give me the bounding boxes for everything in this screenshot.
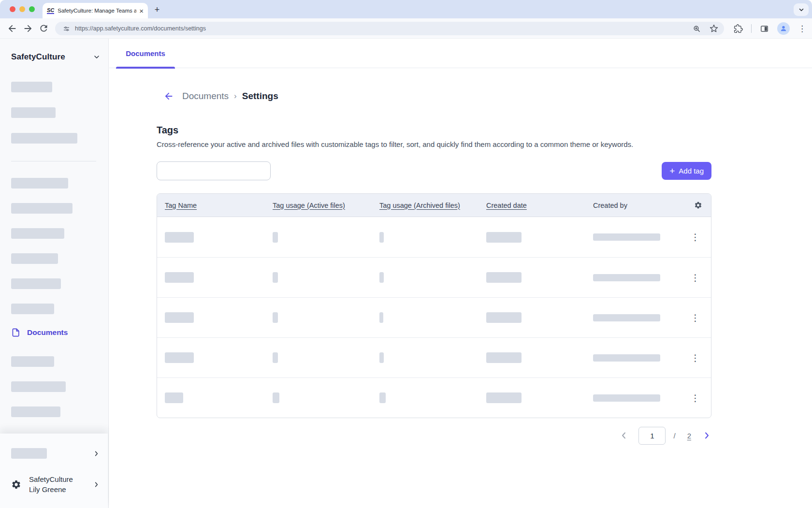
skeleton-placeholder — [379, 352, 384, 363]
site-info-icon[interactable] — [63, 25, 70, 32]
skeleton-placeholder — [11, 203, 72, 214]
sidebar-item-label: Documents — [27, 328, 68, 337]
browser-tab[interactable]: SC SafetyCulture: Manage Teams and... × — [43, 3, 148, 18]
row-menu-kebab-icon[interactable]: ⋮ — [688, 352, 703, 363]
breadcrumb-documents-link[interactable]: Documents — [182, 91, 229, 102]
skeleton-placeholder — [11, 304, 54, 314]
row-menu-kebab-icon[interactable]: ⋮ — [688, 392, 703, 404]
chevron-right-icon[interactable] — [93, 481, 100, 488]
side-panel-icon[interactable] — [760, 24, 769, 33]
skeleton-placeholder — [273, 272, 278, 283]
chevron-right-icon[interactable] — [93, 450, 100, 457]
browser-menu-kebab-icon[interactable]: ⋮ — [798, 24, 806, 34]
skeleton-placeholder — [165, 272, 194, 283]
last-page-link[interactable]: 2 — [687, 432, 691, 440]
column-header-created-date[interactable]: Created date — [486, 202, 527, 209]
bookmark-star-icon[interactable] — [710, 24, 718, 33]
table-header: Tag Name Tag usage (Active files) Tag us… — [157, 194, 711, 217]
skeleton-placeholder — [593, 314, 660, 321]
breadcrumb-current: Settings — [242, 91, 278, 102]
table-row: ⋮ — [157, 377, 711, 418]
skeleton-placeholder — [11, 278, 61, 289]
skeleton-placeholder — [486, 392, 522, 403]
table-row: ⋮ — [157, 297, 711, 337]
sidebar-bottom-item[interactable] — [11, 448, 100, 459]
extensions-icon[interactable] — [734, 24, 743, 33]
sidebar-skeleton-group — [11, 356, 66, 432]
plus-icon: + — [669, 166, 675, 175]
maximize-window-button[interactable] — [29, 6, 35, 12]
gear-icon — [11, 479, 21, 490]
skeleton-placeholder — [273, 232, 278, 243]
sidebar-skeleton-group — [11, 178, 72, 329]
column-header-created-by[interactable]: Created by — [593, 202, 627, 209]
profile-avatar[interactable] — [777, 22, 790, 35]
chevron-down-icon[interactable] — [93, 53, 101, 61]
skeleton-placeholder — [165, 392, 183, 403]
column-header-tag-usage-archived[interactable]: Tag usage (Archived files) — [379, 202, 460, 209]
account-menu[interactable]: SafetyCulture Lily Greene — [11, 474, 100, 494]
sidebar-skeleton-group — [11, 82, 77, 159]
tab-search-button[interactable] — [794, 3, 809, 16]
row-menu-kebab-icon[interactable]: ⋮ — [688, 272, 703, 283]
org-switcher[interactable]: SafetyCulture — [11, 52, 101, 62]
reload-button[interactable] — [39, 23, 49, 33]
main-content: Documents Documents › Settings Tags Cros… — [109, 39, 812, 508]
tags-table: Tag Name Tag usage (Active files) Tag us… — [157, 193, 711, 418]
skeleton-placeholder — [11, 356, 54, 367]
app-sidebar: SafetyCulture Documents SafetyCulture Li… — [0, 39, 109, 508]
back-arrow-icon[interactable] — [163, 91, 174, 102]
breadcrumb: Documents › Settings — [163, 89, 278, 103]
tab-close-icon[interactable]: × — [139, 7, 144, 15]
current-page-box[interactable]: 1 — [638, 427, 666, 445]
forward-button[interactable] — [23, 23, 33, 34]
safetyculture-favicon: SC — [47, 8, 54, 14]
row-menu-kebab-icon[interactable]: ⋮ — [688, 312, 703, 323]
zoom-icon[interactable] — [693, 25, 701, 33]
previous-page-chevron-icon[interactable] — [619, 431, 629, 440]
skeleton-placeholder — [11, 381, 66, 392]
skeleton-placeholder — [486, 352, 522, 363]
sidebar-item-documents[interactable]: Documents — [11, 328, 68, 337]
window-controls — [10, 6, 35, 12]
close-window-button[interactable] — [10, 6, 15, 12]
skeleton-placeholder — [11, 406, 60, 417]
skeleton-placeholder — [11, 82, 52, 92]
row-menu-kebab-icon[interactable]: ⋮ — [688, 232, 703, 243]
next-page-chevron-icon[interactable] — [702, 431, 711, 440]
page-tab-bar: Documents — [109, 39, 812, 68]
tab-documents[interactable]: Documents — [116, 39, 175, 68]
skeleton-placeholder — [593, 233, 660, 241]
column-header-tag-usage-active[interactable]: Tag usage (Active files) — [273, 202, 345, 209]
add-tag-button[interactable]: + Add tag — [662, 162, 711, 180]
column-header-tag-name[interactable]: Tag Name — [165, 202, 197, 209]
skeleton-placeholder — [486, 312, 522, 323]
minimize-window-button[interactable] — [19, 6, 25, 12]
skeleton-placeholder — [273, 392, 279, 403]
back-button[interactable] — [7, 23, 17, 34]
url-bar[interactable]: https://app.safetyculture.com/documents/… — [55, 22, 724, 35]
skeleton-placeholder — [11, 178, 68, 189]
document-icon — [11, 328, 21, 337]
page-description: Cross-reference your active and archived… — [157, 140, 633, 148]
skeleton-placeholder — [379, 232, 384, 243]
table-row: ⋮ — [157, 217, 711, 257]
skeleton-placeholder — [273, 352, 278, 363]
table-settings-gear-icon[interactable] — [694, 201, 702, 209]
page-separator: / — [673, 432, 675, 440]
sidebar-divider — [11, 161, 96, 161]
new-tab-button[interactable]: + — [151, 3, 163, 16]
skeleton-placeholder — [11, 228, 64, 239]
table-row: ⋮ — [157, 337, 711, 377]
add-tag-label: Add tag — [679, 167, 704, 175]
skeleton-placeholder — [593, 354, 660, 362]
skeleton-placeholder — [379, 272, 384, 283]
url-text[interactable]: https://app.safetyculture.com/documents/… — [75, 25, 684, 32]
account-labels: SafetyCulture Lily Greene — [29, 474, 93, 494]
skeleton-placeholder — [593, 274, 660, 281]
tab-title: SafetyCulture: Manage Teams and... — [58, 8, 136, 14]
tag-search-input[interactable] — [157, 161, 271, 180]
skeleton-placeholder — [486, 232, 522, 243]
skeleton-placeholder — [486, 272, 522, 283]
org-name: SafetyCulture — [11, 52, 65, 62]
